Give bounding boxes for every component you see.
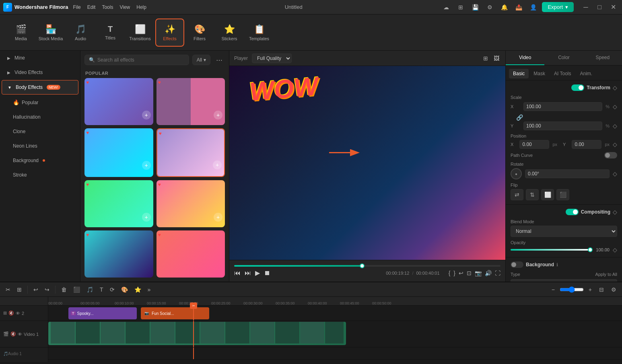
tl-speed-button[interactable]: ⟳ [107, 285, 117, 294]
search-input[interactable] [97, 57, 185, 63]
effect-card-vortex[interactable]: ♥ + Vortex Rings [84, 128, 153, 177]
overwrite-button[interactable]: ⊡ [467, 270, 472, 276]
rewind-button[interactable]: ⏮ [234, 269, 241, 277]
tool-effects[interactable]: ✨ Effects [155, 19, 184, 47]
flip-horizontal-button[interactable]: ⇄ [511, 189, 523, 200]
rotate-dial[interactable]: ● [511, 168, 522, 179]
prev-frame-button[interactable]: ⏭ [245, 269, 251, 277]
split-button[interactable]: ✂ [3, 285, 13, 294]
history-icon[interactable]: ⊞ [455, 2, 466, 13]
sidebar-item-background[interactable]: Background [2, 154, 78, 167]
scale-y-keyframe-icon[interactable]: ◇ [613, 123, 617, 129]
minimize-button[interactable]: ─ [580, 2, 591, 13]
settings-icon[interactable]: ⚙ [484, 2, 495, 13]
rotate-input-wrap[interactable] [525, 169, 610, 178]
sidebar-item-popular[interactable]: 🔥 Popular [2, 95, 78, 109]
screenshot-button[interactable]: 📷 [475, 270, 482, 276]
tab-speed[interactable]: Speed [583, 51, 622, 65]
effect-card-more2[interactable]: ♥ Fire Burst [157, 230, 225, 278]
redo-button[interactable]: ↪ [42, 285, 52, 294]
mark-in-button[interactable]: { [449, 270, 451, 276]
play-button[interactable]: ▶ [255, 269, 260, 277]
opacity-keyframe-icon[interactable]: ◇ [613, 247, 617, 253]
share-icon[interactable]: 📤 [513, 2, 524, 13]
sidebar-item-stroke[interactable]: Stroke [2, 168, 78, 182]
account-icon[interactable]: 👤 [527, 2, 539, 13]
tool-templates[interactable]: 📋 Templates [245, 19, 274, 47]
add-electric-button[interactable]: + [213, 160, 222, 169]
clip-social[interactable]: 📷 Fun Social... [141, 307, 209, 319]
grid-view-icon[interactable]: ⊞ [482, 54, 489, 63]
tool-transitions[interactable]: ⬜ Transitions [126, 19, 154, 47]
clip-spooky[interactable]: T Spooky... [68, 307, 137, 319]
effect-card-lightning[interactable]: ♥ + Lightning Vortex [84, 180, 153, 227]
tl-audio-button[interactable]: 🎵 [84, 285, 96, 294]
export-button[interactable]: Export ▾ [542, 2, 574, 12]
transform-toggle[interactable] [571, 84, 584, 91]
sidebar-item-clone[interactable]: Clone [2, 125, 78, 138]
zoom-out-button[interactable]: − [549, 285, 557, 294]
scale-x-keyframe-icon[interactable]: ◇ [613, 103, 617, 110]
effect-card-ai-beautify[interactable]: Before After ♥ + AI Beautify [157, 78, 225, 125]
sidebar-item-mine[interactable]: ▶ Mine [2, 51, 78, 65]
effect-card-electric-shock[interactable]: ♥ + Electric Shock [157, 128, 225, 177]
mark-out-button[interactable]: } [453, 270, 455, 276]
tool-audio[interactable]: 🎵 Audio [66, 19, 95, 47]
add-lightning-button[interactable]: + [142, 213, 151, 222]
filter-button[interactable]: All ▾ [192, 55, 210, 65]
blur-select[interactable]: Blur [511, 279, 617, 282]
track-2-mute-icon[interactable]: 🔇 [8, 311, 14, 316]
tool-media[interactable]: 🎬 Media [6, 19, 35, 47]
menu-edit[interactable]: Edit [87, 4, 96, 10]
tool-stickers[interactable]: ⭐ Stickers [215, 19, 244, 47]
apply-to-all[interactable]: Apply to All [595, 272, 617, 277]
tab-color[interactable]: Color [544, 51, 583, 65]
delete-button[interactable]: 🗑 [59, 285, 69, 294]
menu-help[interactable]: Help [136, 4, 146, 10]
tool-titles[interactable]: T Titles [96, 19, 125, 47]
flip-vertical-button[interactable]: ⇅ [526, 189, 539, 200]
flip-3[interactable]: ⬜ [541, 189, 554, 200]
tool-stock-media[interactable]: 🏪 Stock Media [36, 19, 65, 47]
stop-button[interactable]: ⏹ [264, 269, 270, 277]
track-2-lock-icon[interactable]: 👁 [16, 311, 20, 316]
sidebar-item-hallucination[interactable]: Hallucination [2, 110, 78, 124]
opacity-handle[interactable] [588, 247, 593, 252]
tool-filters[interactable]: 🎨 Filters [185, 19, 214, 47]
progress-bar[interactable] [234, 265, 500, 267]
compositing-keyframe-icon[interactable]: ◇ [613, 209, 617, 215]
compositing-toggle[interactable] [566, 209, 579, 215]
scale-y-input-wrap[interactable] [523, 121, 602, 130]
rotate-keyframe-icon[interactable]: ◇ [613, 171, 617, 177]
save-icon[interactable]: 💾 [470, 2, 481, 13]
settings-tl-button[interactable]: ⚙ [609, 285, 619, 294]
tl-crop-button[interactable]: ⬛ [71, 285, 82, 294]
more-options-button[interactable]: ⋯ [214, 56, 225, 65]
clip-video[interactable] [48, 322, 346, 345]
blend-mode-select[interactable]: Normal Multiply Screen Overlay [511, 226, 617, 237]
add-beautify-button[interactable]: + [142, 111, 151, 119]
undo-button[interactable]: ↩ [31, 285, 41, 294]
layout-toggle[interactable]: ⊟ [597, 285, 606, 294]
add-fluid-button[interactable]: + [214, 213, 222, 222]
opacity-slider[interactable] [511, 249, 590, 251]
scale-x-input[interactable] [526, 104, 599, 109]
scale-x-input-wrap[interactable] [523, 102, 602, 111]
quality-select[interactable]: Full Quality [252, 53, 292, 63]
pos-x-input-wrap[interactable] [519, 140, 549, 149]
transform-keyframe-icon[interactable]: ◇ [613, 84, 617, 91]
background-info-icon[interactable]: ℹ [556, 262, 558, 267]
path-curve-toggle[interactable] [604, 152, 617, 158]
pos-y-input-wrap[interactable] [572, 140, 601, 149]
pos-keyframe-icon[interactable]: ◇ [613, 141, 617, 148]
sidebar-item-body-effects[interactable]: ▼ Body Effects NEW! [2, 80, 78, 95]
tl-sticker-button[interactable]: ⭐ [132, 285, 144, 294]
progress-handle[interactable] [360, 263, 365, 268]
sidebar-item-video-effects[interactable]: ▶ Video Effects [2, 66, 78, 79]
tl-color-button[interactable]: 🎨 [119, 285, 130, 294]
menu-tools[interactable]: Tools [102, 4, 113, 10]
tl-icon2[interactable]: ⊞ [14, 285, 24, 294]
background-toggle[interactable] [511, 261, 523, 268]
fullscreen-button[interactable]: ⛶ [495, 270, 500, 276]
volume-icon[interactable]: 🔊 [485, 270, 492, 276]
